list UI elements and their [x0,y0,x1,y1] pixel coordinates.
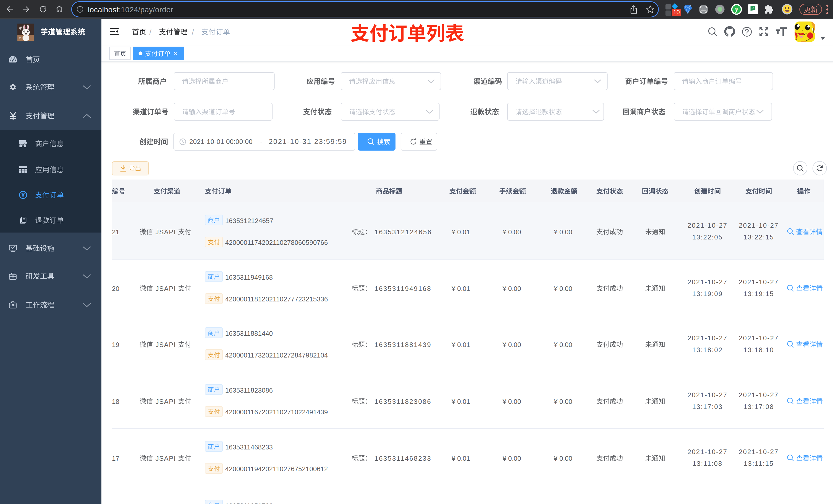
svg-text:y: y [735,6,738,13]
svg-text:10: 10 [673,9,680,16]
